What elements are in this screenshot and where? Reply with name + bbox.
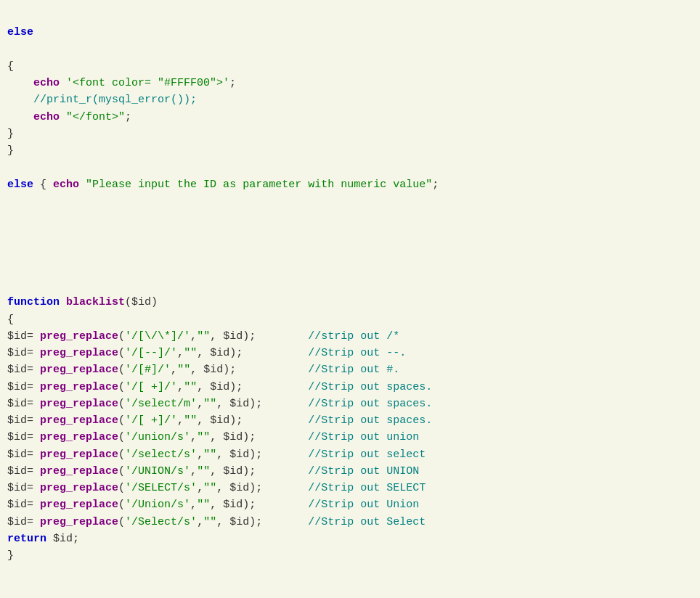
str-replace-8: "": [203, 448, 216, 461]
str-pattern-6: '/[ +]/': [125, 414, 177, 427]
str-pattern-9: '/UNION/s': [125, 465, 190, 478]
str-replace-1: "": [197, 330, 210, 343]
str-pattern-12: '/Select/s': [125, 516, 197, 528]
var-id-6: $id: [7, 414, 27, 427]
fn-preg-8: preg_replace: [40, 448, 118, 461]
fn-echo-2: echo: [33, 111, 60, 123]
brace-open: {: [7, 60, 14, 73]
indent-2: [7, 94, 33, 106]
str-replace-10: "": [203, 482, 216, 494]
fn-echo-1: echo: [33, 77, 60, 89]
var-id-5: $id: [7, 398, 27, 410]
var-id-8: $id: [7, 448, 27, 461]
code-container: else { echo '<font color= "#FFFF00">'; /…: [0, 7, 700, 564]
comment-strip-4: //Strip out spaces.: [308, 381, 432, 393]
str-pattern-7: '/union/s': [125, 431, 190, 443]
fn-preg-5: preg_replace: [40, 398, 118, 410]
fn-preg-12: preg_replace: [40, 516, 118, 528]
var-id-3: $id: [7, 364, 27, 376]
fn-preg-2: preg_replace: [40, 347, 118, 359]
str-pattern-2: '/[--]/': [125, 347, 177, 359]
str-replace-7: "": [197, 431, 210, 443]
str-replace-4: "": [184, 381, 197, 393]
str-font-open: '<font color= "#FFFF00">': [66, 77, 229, 89]
blank-2: [7, 244, 693, 261]
str-replace-11: "": [197, 499, 210, 511]
str-pattern-5: '/select/m': [125, 398, 197, 410]
str-font-close: "</font>": [66, 111, 125, 123]
comment-print-r: //print_r(mysql_error());: [33, 94, 197, 106]
str-replace-3: "": [177, 364, 190, 376]
str-pattern-3: '/[#]/': [125, 364, 171, 376]
str-pattern-1: '/[\/\*]/': [125, 330, 190, 343]
else-inline: else { echo "Please input the ID as para…: [7, 179, 439, 191]
str-pattern-8: '/select/s': [125, 448, 197, 461]
comment-strip-1: //strip out /*: [308, 330, 399, 343]
str-replace-5: "": [203, 398, 216, 410]
fn-preg-7: preg_replace: [40, 431, 118, 443]
fn-preg-11: preg_replace: [40, 499, 118, 511]
fn-preg-3: preg_replace: [40, 364, 118, 376]
fn-brace-close: }: [7, 549, 14, 562]
var-id-param: $id: [131, 296, 151, 308]
comment-strip-5: //Strip out spaces.: [308, 398, 432, 410]
str-replace-12: "": [203, 516, 216, 528]
str-pattern-10: '/SELECT/s': [125, 482, 197, 494]
str-replace-9: "": [197, 465, 210, 478]
fn-brace-open: {: [7, 314, 14, 326]
str-replace-6: "": [184, 414, 197, 427]
var-id-7: $id: [7, 431, 27, 443]
comment-strip-10: //Strip out SELECT: [308, 482, 426, 494]
fn-preg-1: preg_replace: [40, 330, 118, 343]
keyword-function: function: [7, 296, 60, 308]
var-id-12: $id: [7, 516, 27, 528]
brace-outer-close: }: [7, 144, 14, 157]
indent-1: [7, 77, 33, 89]
fn-preg-6: preg_replace: [40, 414, 118, 427]
var-id-10: $id: [7, 482, 27, 494]
comment-strip-11: //Strip out Union: [308, 499, 419, 511]
brace-inner-close: }: [7, 128, 14, 140]
comment-strip-9: //Strip out UNION: [308, 465, 419, 478]
var-id-11: $id: [7, 499, 27, 511]
str-pattern-4: '/[ +]/': [125, 381, 177, 393]
fn-preg-9: preg_replace: [40, 465, 118, 478]
comment-strip-12: //Strip out Select: [308, 516, 426, 528]
comment-strip-8: //Strip out select: [308, 448, 426, 461]
var-id-4: $id: [7, 381, 27, 393]
fn-preg-10: preg_replace: [40, 482, 118, 494]
keyword-return: return: [7, 533, 46, 545]
var-id-1: $id: [7, 330, 27, 343]
fn-preg-4: preg_replace: [40, 381, 118, 393]
str-pattern-11: '/Union/s': [125, 499, 190, 511]
comment-strip-6: //Strip out spaces.: [308, 414, 432, 427]
str-replace-2: "": [184, 347, 197, 359]
comment-strip-3: //Strip out #.: [308, 364, 399, 376]
keyword-else: else: [7, 26, 33, 38]
var-id-return: $id: [53, 533, 73, 545]
comment-strip-2: //Strip out --.: [308, 347, 406, 359]
comment-strip-7: //Strip out union: [308, 431, 419, 443]
var-id-9: $id: [7, 465, 27, 478]
fn-blacklist-def: blacklist: [66, 296, 125, 308]
indent-3: [7, 111, 33, 123]
blank-1: [7, 210, 693, 226]
var-id-2: $id: [7, 347, 27, 359]
